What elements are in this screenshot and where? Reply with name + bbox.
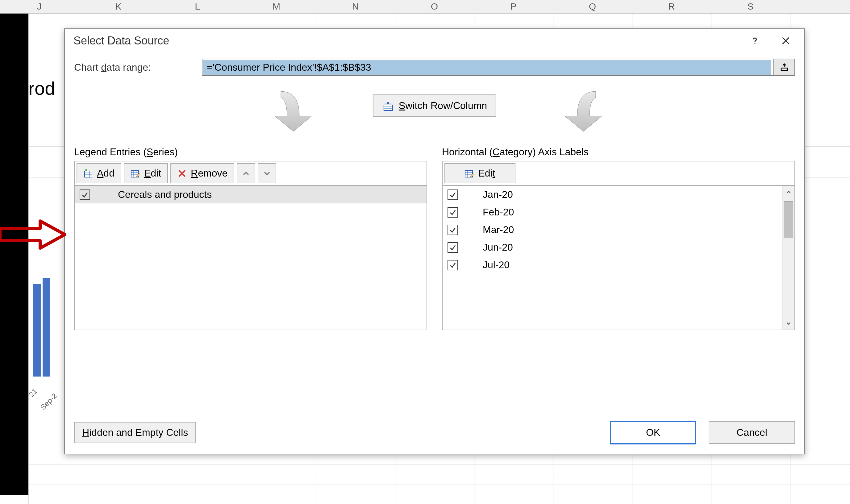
checkbox[interactable] [448,207,458,218]
scroll-thumb[interactable] [784,201,793,238]
col-header[interactable]: S [711,0,790,13]
help-button[interactable] [743,32,767,49]
axis-labels-title: Horizontal (Category) Axis Labels [442,146,795,158]
chevron-down-icon [262,168,272,178]
swap-arrow-right-icon [516,85,608,134]
column-headers: J K L M N O P Q R S [0,0,850,14]
cancel-button[interactable]: Cancel [709,421,795,444]
left-panel-strip [0,14,29,495]
checkbox[interactable] [79,190,90,200]
col-header[interactable]: P [474,0,553,13]
close-button[interactable] [774,32,798,49]
edit-icon [465,168,474,178]
checkbox[interactable] [448,242,458,253]
series-label: Cereals and products [118,189,212,200]
add-icon [83,168,93,178]
axis-labels-listbox[interactable]: Jan-20 Feb-20 Mar-20 [442,185,795,330]
ok-button[interactable]: OK [610,421,696,445]
edit-series-button[interactable]: Edit [124,163,168,183]
col-header[interactable]: R [632,0,711,13]
checkbox[interactable] [448,260,458,270]
series-listbox[interactable]: Cereals and products [74,185,427,330]
col-header[interactable]: J [0,0,79,13]
col-header[interactable]: O [395,0,474,13]
checkbox[interactable] [448,225,458,235]
svg-rect-3 [781,68,788,71]
switch-icon [382,100,395,112]
chart-data-range-field [202,59,795,76]
select-data-source-dialog: Select Data Source Chart data range: [64,29,805,454]
dialog-title: Select Data Source [73,34,737,47]
col-header[interactable]: M [237,0,316,13]
swap-arrow-left-icon [269,85,361,134]
chart-data-range-label: Chart data range: [74,62,195,73]
category-item[interactable]: Mar-20 [442,221,782,238]
checkbox[interactable] [448,190,458,200]
edit-axis-labels-button[interactable]: Edit [445,163,516,183]
scrollbar[interactable] [782,186,794,330]
scroll-up-button[interactable] [782,186,794,198]
scroll-down-button[interactable] [782,317,794,330]
series-item[interactable]: Cereals and products [75,186,427,203]
remove-icon [177,168,187,178]
add-series-button[interactable]: Add [76,163,121,183]
axis-labels-panel: Horizontal (Category) Axis Labels Edit J… [442,146,795,330]
legend-entries-panel: Legend Entries (Series) Add Edit Remove [74,146,427,330]
chart-data-range-input[interactable] [203,60,771,75]
hidden-empty-cells-button[interactable]: Hidden and Empty Cells [74,422,196,443]
category-item[interactable]: Jul-20 [442,256,782,274]
category-item[interactable]: Jan-20 [442,186,782,203]
category-item[interactable]: Feb-20 [442,203,782,221]
category-label: Feb-20 [483,206,514,218]
chart-bars-peek [33,272,58,377]
col-header[interactable]: K [79,0,158,13]
svg-rect-4 [384,105,393,110]
category-label: Jul-20 [483,259,510,271]
switch-row-column-button[interactable]: Switch Row/Column [373,94,496,117]
category-item[interactable]: Jun-20 [442,238,782,256]
col-header[interactable]: L [158,0,237,13]
legend-entries-title: Legend Entries (Series) [74,146,427,158]
remove-series-button[interactable]: Remove [170,163,234,183]
move-down-button[interactable] [258,163,276,183]
col-header[interactable]: N [316,0,395,13]
category-label: Mar-20 [483,224,514,235]
collapse-dialog-button[interactable] [774,59,794,75]
move-up-button[interactable] [237,163,255,183]
dialog-titlebar: Select Data Source [65,29,804,52]
svg-rect-9 [85,171,92,177]
chart-title-peek: rod [29,78,55,99]
chevron-up-icon [241,168,251,178]
svg-point-0 [755,43,756,44]
category-label: Jan-20 [483,189,513,200]
col-header[interactable]: Q [553,0,632,13]
edit-icon [130,168,141,178]
category-label: Jun-20 [483,242,513,253]
